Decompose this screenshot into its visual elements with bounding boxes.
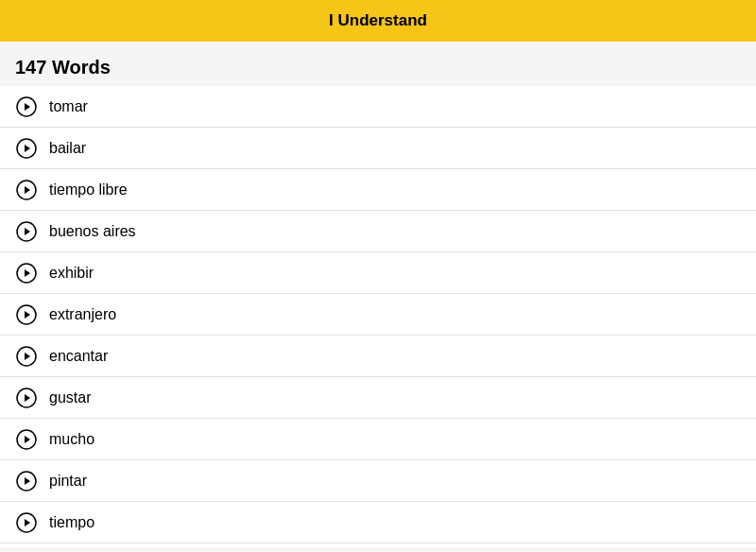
word-label: exhibir: [49, 265, 94, 282]
word-label: buenos aires: [49, 223, 136, 240]
list-item[interactable]: bailar: [0, 128, 756, 169]
play-icon: [15, 262, 38, 285]
svg-marker-12: [25, 228, 30, 235]
list-item[interactable]: tiempo: [0, 502, 756, 543]
list-item[interactable]: exhibir: [0, 252, 756, 294]
list-item[interactable]: extranjero: [0, 294, 756, 336]
header: I Understand: [0, 0, 756, 42]
word-label: mucho: [49, 431, 94, 448]
play-icon: [15, 428, 38, 451]
play-icon: [15, 220, 38, 243]
play-icon: [15, 95, 38, 118]
word-list: tomarbailartiempo librebuenos airesexhib…: [0, 86, 756, 547]
app-container: I Understand 147 Words tomarbailartiempo…: [0, 0, 756, 547]
play-icon: [15, 470, 38, 492]
word-label: extranjero: [49, 306, 116, 323]
header-right: [711, 17, 741, 25]
word-label: encantar: [49, 348, 108, 365]
list-item[interactable]: buenos aires: [0, 211, 756, 252]
list-item[interactable]: mucho: [0, 419, 756, 460]
header-title: I Understand: [329, 11, 427, 30]
word-label: tomar: [49, 98, 88, 115]
word-label: gustar: [49, 389, 91, 406]
list-item[interactable]: pintar: [0, 460, 756, 502]
svg-marker-24: [25, 477, 30, 485]
play-icon: [15, 179, 38, 201]
play-icon: [15, 387, 38, 409]
play-icon: [15, 511, 38, 534]
word-label: bailar: [49, 140, 86, 157]
word-label: pintar: [49, 473, 87, 490]
list-item[interactable]: tiempo libre: [0, 169, 756, 211]
svg-marker-8: [25, 145, 30, 152]
list-item[interactable]: encantar: [0, 336, 756, 377]
play-icon: [15, 303, 38, 326]
svg-marker-10: [25, 186, 30, 194]
search-button[interactable]: [711, 17, 718, 25]
svg-marker-22: [25, 436, 30, 443]
header-left: [15, 17, 23, 25]
svg-marker-20: [25, 394, 30, 402]
svg-marker-14: [25, 269, 30, 277]
word-count: 147 Words: [0, 42, 756, 86]
back-button[interactable]: [15, 17, 23, 25]
svg-marker-16: [25, 311, 30, 319]
svg-marker-26: [25, 519, 30, 526]
list-item[interactable]: además: [0, 543, 756, 547]
svg-marker-6: [25, 103, 30, 111]
list-item[interactable]: tomar: [0, 86, 756, 128]
word-label: tiempo libre: [49, 181, 128, 198]
word-label: tiempo: [49, 514, 94, 531]
play-icon: [15, 137, 38, 160]
play-icon: [15, 345, 38, 368]
more-button[interactable]: [733, 17, 741, 25]
svg-marker-18: [25, 353, 30, 360]
list-item[interactable]: gustar: [0, 377, 756, 419]
